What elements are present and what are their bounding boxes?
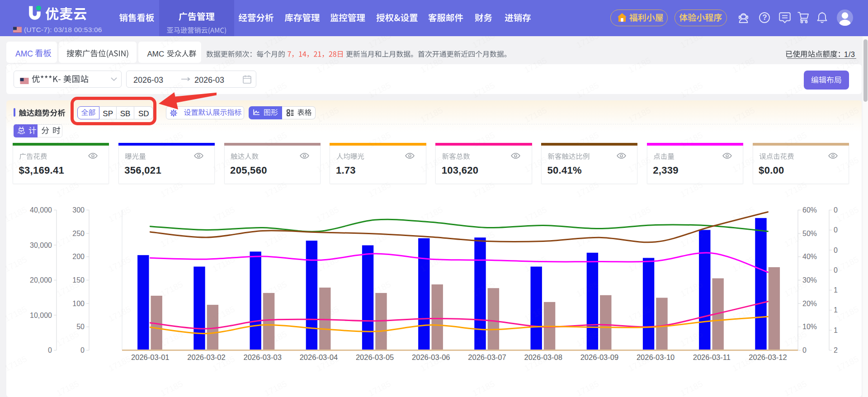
svg-text:1: 1 [834,306,838,314]
svg-text:30,000: 30,000 [30,241,52,249]
svg-text:2026-03-08: 2026-03-08 [524,353,562,361]
svg-text:20,000: 20,000 [30,276,52,284]
svg-text:0: 0 [834,206,838,214]
svg-text:0: 0 [48,346,52,354]
svg-text:250: 250 [72,230,85,237]
svg-text:10%: 10% [802,323,817,331]
svg-text:40,000: 40,000 [30,206,52,214]
svg-text:2026-03-01: 2026-03-01 [131,353,169,361]
svg-text:0: 0 [834,246,838,254]
svg-text:1: 1 [834,326,838,334]
svg-text:2026-03-09: 2026-03-09 [580,353,618,361]
svg-text:0: 0 [834,266,838,274]
svg-text:2026-03-12: 2026-03-12 [749,353,787,361]
svg-text:0: 0 [834,226,838,234]
svg-text:200: 200 [72,253,85,260]
svg-text:2026-03-04: 2026-03-04 [300,353,338,361]
svg-text:50%: 50% [802,230,817,237]
svg-text:2026-03-11: 2026-03-11 [693,353,731,361]
svg-text:2026-03-10: 2026-03-10 [637,353,675,361]
svg-text:30%: 30% [802,276,817,284]
svg-text:2026-03-05: 2026-03-05 [356,353,394,361]
svg-text:100: 100 [72,300,85,307]
svg-text:2026-03-06: 2026-03-06 [412,353,450,361]
svg-text:2026-03-03: 2026-03-03 [243,353,281,361]
svg-text:40%: 40% [802,253,817,260]
svg-text:0: 0 [802,346,807,354]
svg-text:50: 50 [76,323,85,331]
svg-text:0: 0 [80,346,85,354]
svg-text:2026-03-02: 2026-03-02 [187,353,225,361]
svg-text:60%: 60% [802,206,817,214]
svg-text:1: 1 [834,286,838,294]
svg-text:2: 2 [834,346,838,354]
svg-text:150: 150 [72,276,85,284]
svg-text:300: 300 [72,206,85,214]
svg-text:10,000: 10,000 [30,312,52,319]
svg-text:20%: 20% [802,300,817,307]
svg-text:2026-03-07: 2026-03-07 [468,353,506,361]
